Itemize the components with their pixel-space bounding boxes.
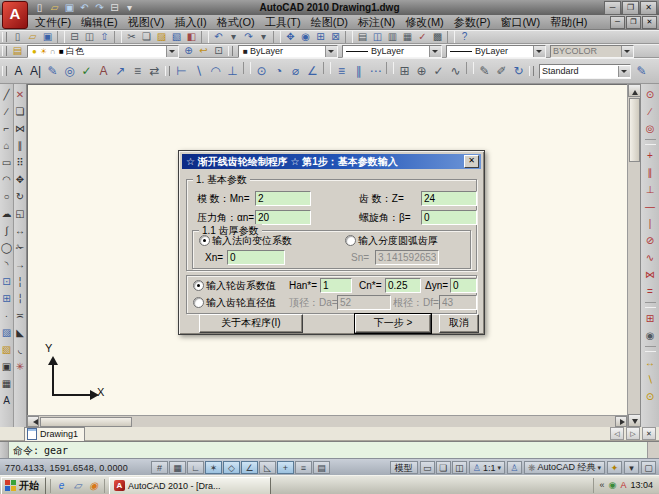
layer-states-icon[interactable]: ⊡ [211, 45, 226, 57]
break-icon[interactable]: ╎ [14, 290, 27, 307]
grid-toggle[interactable]: ▦ [169, 461, 186, 474]
construction-line-icon[interactable]: ∕ [0, 103, 13, 120]
dimension-update-icon[interactable]: ↻ [510, 62, 527, 80]
restore-button[interactable]: ❐ [622, 1, 639, 15]
extend-icon[interactable]: → [14, 256, 27, 273]
dimension-style-dropdown[interactable]: Standard [539, 64, 631, 79]
clean-screen-icon[interactable]: ▢ [641, 461, 656, 474]
radius-dimension-icon[interactable]: ⊙ [253, 62, 270, 80]
plot-icon[interactable]: ⊟ [67, 31, 82, 43]
vertical-constraint-icon[interactable]: | [644, 215, 657, 232]
toolbar-grip[interactable] [2, 66, 7, 76]
zoom-previous-icon[interactable]: ⊠ [328, 31, 343, 43]
workspace-switcher[interactable]: ❋ AutoCAD 经典 ▾ [524, 461, 605, 474]
ducs-toggle[interactable]: ◺ [259, 461, 276, 474]
quick-view-drawings-icon[interactable]: ◫ [452, 461, 467, 474]
scale-icon[interactable]: ◱ [14, 205, 27, 222]
redo-icon[interactable]: ↷ [92, 1, 107, 14]
open-file-icon[interactable]: ▱ [47, 1, 62, 14]
qp-toggle[interactable]: ▤ [313, 461, 330, 474]
status-menu-icon[interactable]: ▾ [624, 461, 639, 474]
toolbar-grip[interactable] [2, 32, 7, 42]
quick-view-layouts-icon[interactable]: ❏ [436, 461, 451, 474]
baseline-dimension-icon[interactable]: ∥ [350, 62, 367, 80]
menu-tools[interactable]: 工具(T) [260, 15, 306, 29]
media-player-icon[interactable]: ◉ [87, 479, 100, 492]
lwt-toggle[interactable]: ≡ [295, 461, 312, 474]
cn-input[interactable] [385, 278, 421, 293]
equal-constraint-icon[interactable]: = [644, 283, 657, 300]
graphics-tray-icon[interactable]: ◉ [609, 478, 617, 493]
application-menu-button[interactable]: A [2, 1, 28, 29]
center-mark-icon[interactable]: ⊕ [413, 62, 430, 80]
save-icon[interactable]: ▣ [62, 1, 77, 14]
tangent-constraint-icon[interactable]: ⊘ [644, 232, 657, 249]
han-input[interactable] [320, 278, 352, 293]
teeth-input[interactable] [421, 191, 477, 206]
make-object-layer-current-icon[interactable]: ⊕ [181, 45, 196, 57]
cut-icon[interactable]: ✂ [124, 31, 139, 43]
edit-text-icon[interactable]: ✎ [44, 62, 61, 80]
tab-scroll-right-button[interactable]: ▷ [626, 427, 640, 440]
markup-set-manager-icon[interactable]: ✓ [415, 31, 430, 43]
doc-close-button[interactable]: ✕ [642, 16, 657, 29]
cancel-button[interactable]: 取消 [439, 314, 479, 333]
dialog-close-button[interactable]: ✕ [464, 155, 479, 168]
draw-mtext-icon[interactable]: A [0, 392, 13, 409]
rotate-icon[interactable]: ↻ [14, 188, 27, 205]
erase-icon[interactable]: ✕ [14, 86, 27, 103]
menu-dimension[interactable]: 标注(N) [353, 15, 400, 29]
xn-input[interactable] [227, 250, 285, 265]
insert-block-icon[interactable]: ⊡ [0, 273, 13, 290]
new-file-icon[interactable]: ▯ [32, 1, 47, 14]
perpendicular-constraint-icon[interactable]: ⊥ [644, 181, 657, 198]
dimension-style-icon[interactable]: ✎ [633, 62, 650, 80]
rectangle-icon[interactable]: ▭ [0, 154, 13, 171]
jogged-dimension-icon[interactable]: ◔ [270, 62, 287, 80]
annotation-visibility-icon[interactable]: ♙ [507, 461, 522, 474]
redo-icon[interactable]: ↷ [241, 31, 256, 43]
text-style-icon[interactable]: A [95, 62, 112, 80]
layer-properties-manager-icon[interactable]: ▤ [10, 45, 25, 57]
arc-length-dimension-icon[interactable]: ◠ [207, 62, 224, 80]
polygon-icon[interactable]: ⌂ [0, 137, 13, 154]
dimension-text-edit-icon[interactable]: ✐ [493, 62, 510, 80]
dropdown-arrow-icon[interactable] [325, 46, 337, 57]
scale-text-icon[interactable]: ↗ [112, 62, 129, 80]
aligned-dimconstraint-icon[interactable]: ∖ [644, 371, 657, 388]
publish-icon[interactable]: ⇧ [97, 31, 112, 43]
horizontal-scroll-thumb[interactable] [40, 417, 132, 427]
zoom-realtime-icon[interactable]: ◉ [298, 31, 313, 43]
linear-dimconstraint-icon[interactable]: ↔ [644, 354, 657, 371]
quick-dimension-icon[interactable]: ≡ [333, 62, 350, 80]
auto-constrain-icon[interactable]: ⊞ [644, 310, 657, 327]
smooth-constraint-icon[interactable]: ∿ [644, 249, 657, 266]
symmetric-constraint-icon[interactable]: ⋈ [644, 266, 657, 283]
line-icon[interactable]: ╱ [0, 86, 13, 103]
menu-parametric[interactable]: 参数(P) [449, 15, 496, 29]
menu-file[interactable]: 文件(F) [30, 15, 76, 29]
polyline-icon[interactable]: ⌐ [0, 120, 13, 137]
snap-toggle[interactable]: # [151, 461, 168, 474]
dimension-edit-icon[interactable]: ✎ [476, 62, 493, 80]
show-dynamic-constraints-icon[interactable]: ⊙ [644, 388, 657, 405]
mirror-icon[interactable]: ⋈ [14, 120, 27, 137]
linear-dimension-icon[interactable]: ⊢ [173, 62, 190, 80]
annotation-scale-control[interactable]: ♙ 1:1 ▾ [469, 461, 505, 474]
dropdown-arrow-icon[interactable] [618, 66, 630, 77]
chamfer-icon[interactable]: ◣ [14, 324, 27, 341]
join-icon[interactable]: ≍ [14, 307, 27, 324]
offset-icon[interactable]: ∥ [14, 137, 27, 154]
parallel-constraint-icon[interactable]: ∥ [644, 164, 657, 181]
layer-dropdown[interactable]: ●☀∩■ 白色 [27, 45, 179, 58]
close-button[interactable]: ✕ [640, 1, 657, 15]
tolerance-icon[interactable]: ⊞ [396, 62, 413, 80]
lineweight-dropdown[interactable]: ByLayer [446, 45, 546, 58]
taskbar-autocad-button[interactable]: A AutoCAD 2010 - [Dra... [109, 477, 271, 494]
ie-icon[interactable]: e [55, 479, 68, 492]
show-desktop-icon[interactable]: ▱ [71, 479, 84, 492]
stretch-icon[interactable]: ↔ [14, 222, 27, 239]
undo-icon[interactable]: ↶ [77, 1, 92, 14]
fix-constraint-icon[interactable]: + [644, 147, 657, 164]
open-file-icon[interactable]: ▱ [25, 31, 40, 43]
